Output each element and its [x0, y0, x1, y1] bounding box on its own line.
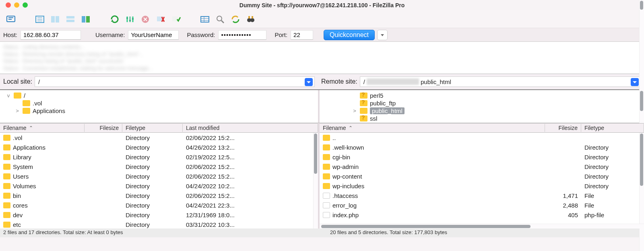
folder-icon: [3, 164, 10, 170]
col-filetype[interactable]: Filetype: [122, 124, 183, 132]
tree-item-label: perl5: [370, 92, 383, 99]
tree-item[interactable]: v/: [3, 92, 315, 99]
local-file-headers[interactable]: Filename Filesize Filetype Last modified: [0, 123, 318, 133]
folder-icon: [323, 144, 330, 150]
folder-icon: [3, 202, 10, 208]
local-rows[interactable]: .volDirectory02/06/2022 15:2...Applicati…: [0, 133, 318, 228]
site-paths: Local site: / Remote site: / public_html: [0, 74, 644, 90]
directory-trees: v/>.vol>Applications >perl5>public_ftp>p…: [0, 90, 644, 123]
col-filetype[interactable]: Filetype: [581, 124, 644, 132]
col-filesize[interactable]: Filesize: [545, 124, 581, 132]
layout-tree-icon[interactable]: [33, 13, 47, 25]
scrollbar[interactable]: [639, 133, 644, 224]
tree-item[interactable]: >public_ftp: [323, 99, 641, 107]
file-row[interactable]: cgi-binDirectory: [320, 152, 644, 162]
col-filename[interactable]: Filename: [320, 124, 545, 132]
file-row[interactable]: coresDirectory04/24/2021 22:3...: [0, 200, 318, 210]
filetype: File: [581, 192, 644, 199]
queue-icon[interactable]: [198, 13, 212, 25]
filename: wp-admin: [332, 163, 359, 170]
folder-icon: [3, 212, 10, 218]
site-manager-icon[interactable]: [4, 13, 18, 25]
filename: wp-includes: [332, 183, 364, 189]
file-row[interactable]: devDirectory12/31/1969 18:0...: [0, 210, 318, 220]
chevron-icon[interactable]: >: [14, 108, 20, 114]
minimize-window-button[interactable]: [14, 2, 19, 8]
file-row[interactable]: wp-adminDirectory: [320, 162, 644, 171]
tree-item[interactable]: >public_html: [323, 107, 641, 115]
file-row[interactable]: error_log2,488File: [320, 200, 644, 210]
chevron-icon[interactable]: v: [6, 93, 11, 99]
col-filename[interactable]: Filename: [0, 124, 85, 132]
message-log: Status: Listing directory contents... St…: [0, 42, 644, 74]
layout-list-icon[interactable]: [64, 13, 77, 25]
quickconnect-history-dropdown[interactable]: [377, 30, 388, 40]
host-input[interactable]: [21, 30, 81, 40]
tree-item[interactable]: >perl5: [323, 92, 641, 99]
remote-rows[interactable]: ...well-knownDirectorycgi-binDirectorywp…: [320, 133, 644, 224]
file-icon: [323, 202, 330, 208]
scrollbar[interactable]: [313, 133, 318, 228]
filename: Users: [13, 173, 29, 180]
svg-line-32: [221, 21, 224, 23]
close-window-button[interactable]: [6, 2, 11, 8]
tree-item[interactable]: >Applications: [3, 107, 315, 115]
col-filesize[interactable]: Filesize: [85, 124, 122, 132]
zoom-window-button[interactable]: [23, 2, 28, 8]
file-row[interactable]: etcDirectory03/31/2022 10:3...: [0, 220, 318, 228]
filename: Volumes: [13, 183, 36, 189]
scrollbar[interactable]: [320, 224, 644, 228]
remote-tree[interactable]: >perl5>public_ftp>public_html>ssl: [320, 90, 644, 123]
disconnect-icon[interactable]: [154, 13, 167, 25]
username-input[interactable]: [128, 30, 179, 40]
reconnect-icon[interactable]: [169, 13, 183, 25]
username-label: Username:: [95, 31, 125, 38]
file-modified: 04/24/2021 22:3...: [183, 202, 318, 209]
file-row[interactable]: ..: [320, 133, 644, 142]
binoculars-icon[interactable]: [244, 13, 258, 25]
filename: Library: [13, 154, 31, 160]
remote-path-dropdown[interactable]: [631, 78, 639, 86]
folder-icon: [323, 183, 330, 189]
compare-icon[interactable]: [229, 13, 242, 25]
tree-item[interactable]: >ssl: [323, 115, 641, 122]
tree-item[interactable]: >.vol: [3, 99, 315, 107]
file-row[interactable]: LibraryDirectory02/19/2022 12:5...: [0, 152, 318, 162]
file-row[interactable]: UsersDirectory02/06/2022 15:2...: [0, 171, 318, 181]
file-row[interactable]: VolumesDirectory04/24/2022 10:2...: [0, 181, 318, 191]
filename: cgi-bin: [332, 154, 350, 160]
file-row[interactable]: .volDirectory02/06/2022 15:2...: [0, 133, 318, 142]
filter-icon[interactable]: [123, 13, 137, 25]
file-row[interactable]: .htaccess1,471File: [320, 191, 644, 200]
filesize: 2,488: [545, 202, 581, 209]
quickconnect-button[interactable]: Quickconnect: [324, 30, 375, 40]
local-path-dropdown[interactable]: [305, 78, 313, 86]
filetype: Directory: [122, 173, 183, 180]
file-row[interactable]: binDirectory02/06/2022 15:2...: [0, 191, 318, 200]
layout-split-icon[interactable]: [48, 13, 62, 25]
file-row[interactable]: index.php405php-file: [320, 210, 644, 220]
local-site-path[interactable]: /: [35, 76, 315, 87]
file-row[interactable]: wp-contentDirectory: [320, 171, 644, 181]
remote-site-path[interactable]: / public_html: [360, 76, 641, 87]
scrollbar[interactable]: [639, 90, 644, 123]
local-tree[interactable]: v/>.vol>Applications: [0, 90, 318, 123]
search-icon[interactable]: [213, 13, 227, 25]
port-input[interactable]: [291, 30, 313, 40]
file-row[interactable]: SystemDirectory02/06/2022 15:2...: [0, 162, 318, 171]
chevron-icon[interactable]: >: [352, 108, 357, 114]
col-modified[interactable]: Last modified: [183, 124, 318, 132]
file-row[interactable]: wp-includesDirectory: [320, 181, 644, 191]
filename: cores: [13, 202, 28, 209]
filetype: Directory: [581, 183, 644, 189]
remote-file-headers[interactable]: Filename Filesize Filetype: [320, 123, 644, 133]
filetype: Directory: [122, 144, 183, 151]
file-row[interactable]: ApplicationsDirectory04/26/2022 13:2...: [0, 142, 318, 152]
password-input[interactable]: [218, 30, 266, 40]
layout-sync-icon[interactable]: [79, 13, 93, 25]
cancel-icon[interactable]: [138, 13, 152, 25]
filetype: Directory: [581, 163, 644, 170]
tree-item-label: Applications: [33, 107, 65, 114]
file-row[interactable]: .well-knownDirectory: [320, 142, 644, 152]
refresh-icon[interactable]: [108, 13, 122, 25]
